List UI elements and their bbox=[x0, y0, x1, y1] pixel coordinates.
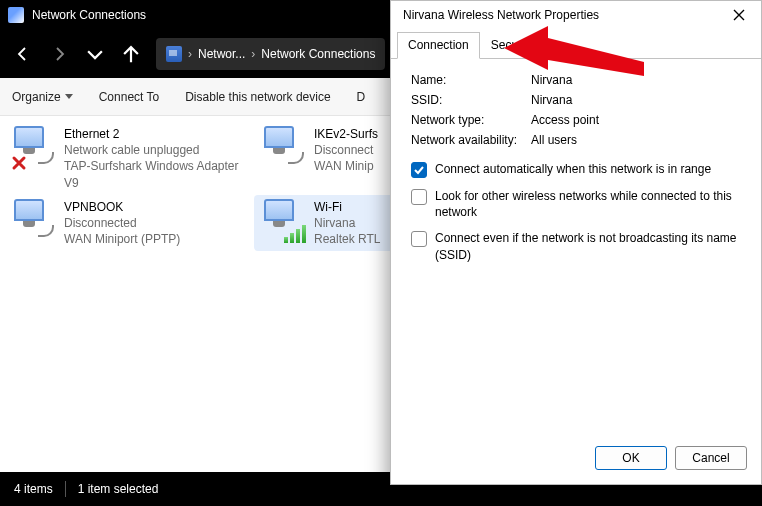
adapter-device: TAP-Surfshark Windows Adapter V9 bbox=[64, 158, 246, 190]
adapter-icon bbox=[12, 199, 56, 243]
status-item-count: 4 items bbox=[14, 482, 53, 496]
organize-label: Organize bbox=[12, 90, 61, 104]
wifi-signal-icon bbox=[284, 225, 306, 243]
checkmark-icon bbox=[413, 164, 425, 176]
prop-name-value: Nirvana bbox=[531, 73, 572, 87]
adapter-icon bbox=[12, 126, 56, 170]
prop-availability-value: All users bbox=[531, 133, 577, 147]
window-title: Network Connections bbox=[32, 8, 146, 22]
checkbox-look-other[interactable]: Look for other wireless networks while c… bbox=[411, 188, 741, 220]
adapter-name: VPNBOOK bbox=[64, 199, 180, 215]
adapter-name: Ethernet 2 bbox=[64, 126, 246, 142]
adapter-status: Network cable unplugged bbox=[64, 142, 246, 158]
folder-icon bbox=[166, 46, 182, 62]
checkbox-label: Look for other wireless networks while c… bbox=[435, 188, 741, 220]
dialog-title: Nirvana Wireless Network Properties bbox=[399, 8, 725, 22]
address-bar[interactable]: › Networ... › Network Connections bbox=[156, 38, 385, 70]
breadcrumb-seg-2[interactable]: Network Connections bbox=[261, 47, 375, 61]
checkbox-box bbox=[411, 162, 427, 178]
adapter-item-vpnbook[interactable]: VPNBOOK Disconnected WAN Miniport (PPTP) bbox=[4, 195, 254, 252]
dialog-footer: OK Cancel bbox=[391, 436, 761, 484]
adapter-status: Nirvana bbox=[314, 215, 380, 231]
disconnected-x-icon bbox=[10, 154, 28, 172]
checkbox-box bbox=[411, 231, 427, 247]
checkbox-connect-hidden[interactable]: Connect even if the network is not broad… bbox=[411, 230, 741, 262]
arrow-right-icon bbox=[51, 46, 67, 62]
dialog-titlebar: Nirvana Wireless Network Properties bbox=[391, 1, 761, 29]
diagnose-button[interactable]: D bbox=[357, 90, 366, 104]
cancel-button[interactable]: Cancel bbox=[675, 446, 747, 470]
prop-type-label: Network type: bbox=[411, 113, 531, 127]
adapter-name: Wi-Fi bbox=[314, 199, 380, 215]
button-label: OK bbox=[622, 451, 639, 465]
prop-availability-label: Network availability: bbox=[411, 133, 531, 147]
status-selection-count: 1 item selected bbox=[78, 482, 159, 496]
tab-security[interactable]: Security bbox=[480, 32, 545, 59]
connect-to-label: Connect To bbox=[99, 90, 160, 104]
wifi-properties-dialog: Nirvana Wireless Network Properties Conn… bbox=[390, 0, 762, 485]
checkbox-connect-auto[interactable]: Connect automatically when this network … bbox=[411, 161, 741, 178]
adapter-item-ethernet-2[interactable]: Ethernet 2 Network cable unplugged TAP-S… bbox=[4, 122, 254, 195]
ok-button[interactable]: OK bbox=[595, 446, 667, 470]
checkbox-box bbox=[411, 189, 427, 205]
tab-label: Connection bbox=[408, 38, 469, 52]
forward-button[interactable] bbox=[48, 43, 70, 65]
disable-device-button[interactable]: Disable this network device bbox=[185, 90, 330, 104]
close-button[interactable] bbox=[725, 4, 753, 26]
checkbox-label: Connect even if the network is not broad… bbox=[435, 230, 741, 262]
adapter-device: WAN Minip bbox=[314, 158, 378, 174]
back-button[interactable] bbox=[12, 43, 34, 65]
adapter-status: Disconnected bbox=[64, 215, 180, 231]
breadcrumb-seg-1[interactable]: Networ... bbox=[198, 47, 245, 61]
adapter-status: Disconnect bbox=[314, 142, 378, 158]
arrow-left-icon bbox=[15, 46, 31, 62]
adapter-name: IKEv2-Surfs bbox=[314, 126, 378, 142]
tab-connection[interactable]: Connection bbox=[397, 32, 480, 59]
chevron-down-icon bbox=[65, 94, 73, 99]
connect-to-button[interactable]: Connect To bbox=[99, 90, 160, 104]
diagnose-label: D bbox=[357, 90, 366, 104]
adapter-device: Realtek RTL bbox=[314, 231, 380, 247]
up-button[interactable] bbox=[120, 43, 142, 65]
tab-label: Security bbox=[491, 38, 534, 52]
adapter-icon bbox=[262, 126, 306, 170]
disable-device-label: Disable this network device bbox=[185, 90, 330, 104]
close-icon bbox=[733, 9, 745, 21]
button-label: Cancel bbox=[692, 451, 729, 465]
prop-ssid-value: Nirvana bbox=[531, 93, 572, 107]
prop-name-label: Name: bbox=[411, 73, 531, 87]
checkbox-label: Connect automatically when this network … bbox=[435, 161, 711, 177]
organize-button[interactable]: Organize bbox=[12, 90, 73, 104]
adapter-icon bbox=[262, 199, 306, 243]
breadcrumb-separator: › bbox=[251, 47, 255, 61]
breadcrumb-separator: › bbox=[188, 47, 192, 61]
prop-type-value: Access point bbox=[531, 113, 599, 127]
dialog-body: Name: Nirvana SSID: Nirvana Network type… bbox=[391, 59, 761, 436]
arrow-up-icon bbox=[120, 43, 142, 65]
network-connections-icon bbox=[8, 7, 24, 23]
recent-button[interactable] bbox=[84, 43, 106, 65]
adapter-device: WAN Miniport (PPTP) bbox=[64, 231, 180, 247]
status-divider bbox=[65, 481, 66, 497]
chevron-down-icon bbox=[84, 43, 106, 65]
dialog-tabs: Connection Security bbox=[391, 31, 761, 59]
prop-ssid-label: SSID: bbox=[411, 93, 531, 107]
